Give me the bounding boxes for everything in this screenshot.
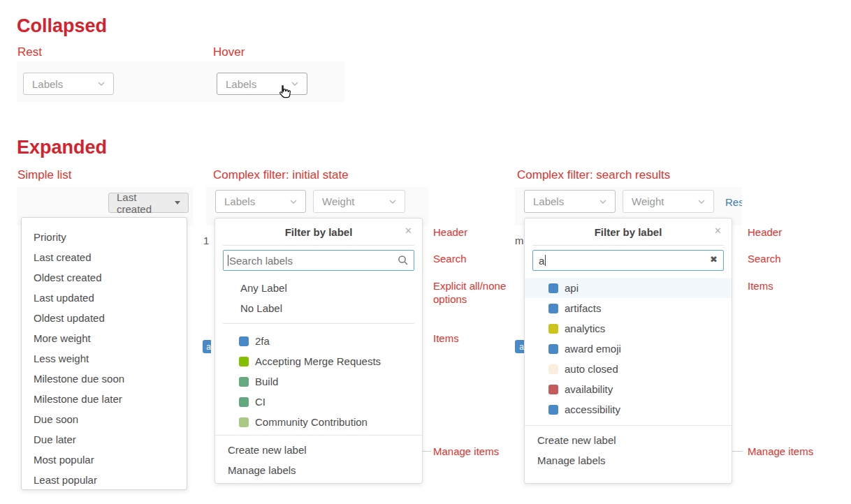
dropdown-design-spec-page: Collapsed Rest Hover Labels Labels Expan… <box>0 0 851 504</box>
example-label-simple-list: Simple list <box>17 168 71 182</box>
sort-option[interactable]: Most popular <box>22 450 187 470</box>
manage-labels-item[interactable]: Manage labels <box>525 450 732 470</box>
sort-option[interactable]: Due soon <box>22 409 187 429</box>
clipped-text-fragment: 1 <box>203 235 209 246</box>
sort-option[interactable]: Last updated <box>22 288 187 308</box>
label-color-swatch <box>548 344 558 354</box>
label-search-input[interactable] <box>223 250 414 271</box>
any-label-option[interactable]: Any Label <box>215 278 422 298</box>
labels-dropdown-label: Labels <box>32 78 63 90</box>
label-color-swatch <box>239 336 249 346</box>
dropdown-title: Filter by label <box>595 226 662 238</box>
chevron-down-icon <box>599 200 606 204</box>
clipped-button-fragment: a <box>203 340 211 353</box>
close-icon[interactable]: ✕ <box>714 225 722 236</box>
sort-dropdown-button[interactable]: Last created <box>108 193 189 213</box>
weight-filter-button[interactable]: Weight <box>623 190 714 213</box>
dropdown-title: Filter by label <box>285 226 353 238</box>
annotation-header: Header <box>433 225 467 239</box>
section-title-collapsed: Collapsed <box>17 15 107 37</box>
no-label-option[interactable]: No Label <box>215 298 422 318</box>
label-color-swatch <box>548 385 558 394</box>
create-new-label-item[interactable]: Create new label <box>525 430 732 450</box>
labels-dropdown-label: Labels <box>226 78 256 90</box>
sort-option[interactable]: Oldest updated <box>22 308 187 328</box>
label-options-list: 2fa Accepting Merge Requests Build CI Co… <box>215 331 422 432</box>
caret-down-icon <box>175 201 180 205</box>
label-options-list: api artifacts analytics award emoji auto… <box>525 278 732 425</box>
clear-search-icon[interactable]: ✖ <box>710 254 718 265</box>
close-icon[interactable]: ✕ <box>405 225 412 236</box>
label-color-swatch <box>239 417 249 427</box>
create-new-label-item[interactable]: Create new label <box>215 440 422 460</box>
label-color-swatch <box>548 304 558 313</box>
label-search-input[interactable] <box>532 250 724 271</box>
reset-link-clipped[interactable]: Res <box>725 196 742 208</box>
sort-option[interactable]: Milestone due soon <box>22 369 187 389</box>
label-option-clipped[interactable]: authentication <box>525 420 732 425</box>
label-color-swatch <box>239 357 249 366</box>
label-option[interactable]: Community Contribution <box>215 412 422 432</box>
all-none-options: Any Label No Label <box>215 278 422 318</box>
example-label-search-results: Complex filter: search results <box>517 168 670 182</box>
label-option[interactable]: artifacts <box>525 298 732 318</box>
chevron-down-icon <box>290 200 297 204</box>
labels-dropdown-rest[interactable]: Labels <box>23 73 114 95</box>
label-option[interactable]: auto closed <box>525 359 732 379</box>
divider <box>215 435 422 436</box>
label-option[interactable]: analytics <box>525 318 732 339</box>
dropdown-footer: Create new label Manage labels <box>215 440 422 480</box>
label-option[interactable]: Build <box>215 371 422 392</box>
label-option[interactable]: accessibility <box>525 399 732 420</box>
annotation-search: Search <box>433 252 467 265</box>
weight-filter-label: Weight <box>632 195 664 207</box>
annotation-connector-line <box>423 451 431 452</box>
sort-option[interactable]: Oldest created <box>22 267 187 288</box>
divider <box>223 323 414 324</box>
sort-option[interactable]: Last created <box>22 247 187 267</box>
label-option[interactable]: award emoji <box>525 339 732 359</box>
manage-labels-item[interactable]: Manage labels <box>215 460 422 480</box>
sort-option[interactable]: Priority <box>22 227 187 247</box>
label-option[interactable]: CI <box>215 392 422 412</box>
state-label-hover: Hover <box>213 45 245 59</box>
weight-filter-label: Weight <box>322 195 354 207</box>
label-search <box>223 250 414 271</box>
sort-option[interactable]: Least popular <box>22 470 187 490</box>
sort-option[interactable]: More weight <box>22 328 187 348</box>
label-color-swatch <box>548 425 558 426</box>
text-cursor <box>228 255 228 266</box>
label-option[interactable]: availability <box>525 379 732 399</box>
chevron-down-icon <box>698 200 705 204</box>
annotation-manage-items: Manage items <box>433 445 499 458</box>
labels-dropdown-hover[interactable]: Labels <box>217 73 307 95</box>
labels-filter-label: Labels <box>224 195 255 207</box>
sort-option[interactable]: Due later <box>22 429 187 450</box>
sort-option[interactable]: Less weight <box>22 348 187 369</box>
clipped-text-fragment: m <box>515 235 523 246</box>
labels-filter-label: Labels <box>533 195 564 207</box>
label-option[interactable]: Accepting Merge Requests <box>215 351 422 371</box>
sort-dropdown-menu: Priority Last created Oldest created Las… <box>21 217 187 490</box>
annotation-connector-line <box>732 451 743 452</box>
sort-option[interactable]: Milestone due later <box>22 389 187 409</box>
labels-filter-button[interactable]: Labels <box>524 190 616 213</box>
sort-dropdown-label: Last created <box>117 191 169 215</box>
search-icon[interactable] <box>398 255 409 266</box>
example-label-initial-state: Complex filter: initial state <box>213 168 349 182</box>
divider <box>223 245 414 246</box>
state-label-rest: Rest <box>17 45 42 59</box>
label-color-swatch <box>548 364 558 374</box>
annotation-all-none: Explicit all/none options <box>433 279 511 306</box>
weight-filter-button[interactable]: Weight <box>313 190 405 213</box>
label-color-swatch <box>239 397 249 407</box>
chevron-down-icon <box>98 82 105 86</box>
label-color-swatch <box>548 405 558 415</box>
divider <box>532 245 724 246</box>
label-option[interactable]: 2fa <box>215 331 422 351</box>
dropdown-footer: Create new label Manage labels <box>525 430 732 470</box>
hand-cursor-icon <box>275 83 293 103</box>
label-option-highlighted[interactable]: api <box>525 278 732 298</box>
labels-filter-button[interactable]: Labels <box>215 190 306 213</box>
label-filter-dropdown-search: Filter by label ✕ ✖ api artifacts analyt… <box>524 218 732 484</box>
